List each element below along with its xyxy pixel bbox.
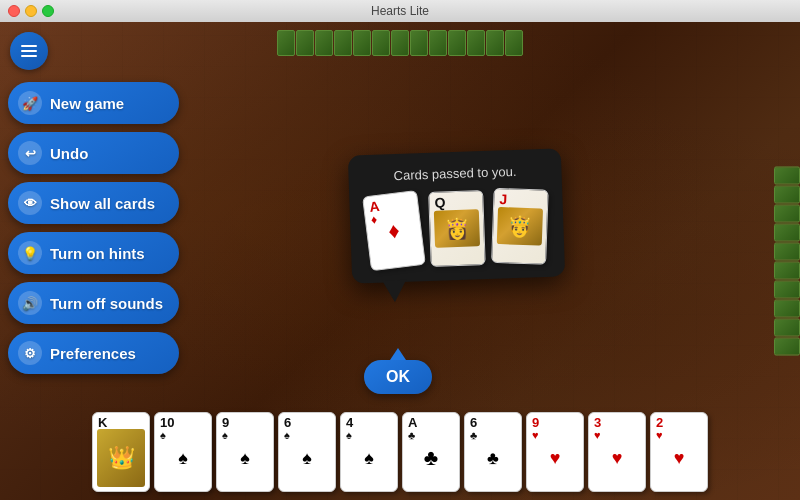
hand-card-ace-clubs[interactable]: A ♣ ♣ — [402, 412, 460, 492]
show-all-cards-label: Show all cards — [50, 195, 155, 212]
preferences-label: Preferences — [50, 345, 136, 362]
cards-passed-popup: Cards passed to you. A ♦ ♦ Q ♠ 👸 J ♥ 🤴 — [348, 148, 565, 283]
popup-cards: A ♦ ♦ Q ♠ 👸 J ♥ 🤴 — [365, 188, 549, 269]
right-card — [774, 338, 800, 356]
right-card — [774, 243, 800, 261]
opponent-card — [391, 30, 409, 56]
card-center: ♠ — [345, 429, 393, 487]
top-opponent-cards — [277, 30, 523, 56]
right-card — [774, 205, 800, 223]
preferences-button[interactable]: ⚙ Preferences — [8, 332, 179, 374]
card-center: ♠ — [221, 429, 269, 487]
sound-icon: 🔊 — [18, 291, 42, 315]
hand-card-6-clubs[interactable]: 6 ♣ ♣ — [464, 412, 522, 492]
hand-card-6-spades[interactable]: 6 ♠ ♠ — [278, 412, 336, 492]
maximize-button[interactable] — [42, 5, 54, 17]
undo-icon: ↩ — [18, 141, 42, 165]
right-card — [774, 224, 800, 242]
card-center: ♠ — [159, 429, 207, 487]
jack-art: 🤴 — [497, 207, 543, 246]
card-center: ♠ — [283, 429, 331, 487]
hand-card-king-spades[interactable]: K ♠ 👑 — [92, 412, 150, 492]
hand-card-3-hearts[interactable]: 3 ♥ ♥ — [588, 412, 646, 492]
hand-card-9-hearts[interactable]: 9 ♥ ♥ — [526, 412, 584, 492]
show-all-cards-button[interactable]: 👁 Show all cards — [8, 182, 179, 224]
hand-card-9-spades[interactable]: 9 ♠ ♠ — [216, 412, 274, 492]
opponent-card — [277, 30, 295, 56]
card-center: ♥ — [593, 429, 641, 487]
card-center: ♣ — [407, 429, 455, 487]
hand-card-4-spades[interactable]: 4 ♠ ♠ — [340, 412, 398, 492]
turn-off-sounds-label: Turn off sounds — [50, 295, 163, 312]
ok-button[interactable]: OK — [364, 360, 432, 394]
sidebar-menu: 🚀 New game ↩ Undo 👁 Show all cards 💡 Tur… — [8, 82, 179, 374]
close-button[interactable] — [8, 5, 20, 17]
gear-icon: ⚙ — [18, 341, 42, 365]
window-title: Hearts Lite — [371, 4, 429, 18]
player-hand: K ♠ 👑 10 ♠ ♠ 9 ♠ ♠ 6 ♠ ♠ 4 ♠ ♠ A — [92, 412, 708, 492]
right-card — [774, 281, 800, 299]
popup-card-jack-hearts[interactable]: J ♥ 🤴 — [491, 188, 549, 265]
menu-toggle-button[interactable] — [10, 32, 48, 70]
hamburger-icon — [21, 45, 37, 57]
hand-card-2-hearts[interactable]: 2 ♥ ♥ — [650, 412, 708, 492]
opponent-card — [372, 30, 390, 56]
turn-off-sounds-button[interactable]: 🔊 Turn off sounds — [8, 282, 179, 324]
traffic-lights — [8, 5, 54, 17]
opponent-card — [410, 30, 428, 56]
opponent-card — [429, 30, 447, 56]
card-center: ♥ — [531, 429, 579, 487]
undo-label: Undo — [50, 145, 88, 162]
king-art: 👑 — [97, 429, 145, 487]
opponent-card — [448, 30, 466, 56]
card-value: Q — [434, 194, 477, 209]
undo-button[interactable]: ↩ Undo — [8, 132, 179, 174]
turn-on-hints-label: Turn on hints — [50, 245, 145, 262]
right-card — [774, 186, 800, 204]
opponent-card — [334, 30, 352, 56]
eye-icon: 👁 — [18, 191, 42, 215]
title-bar: Hearts Lite — [0, 0, 800, 22]
opponent-card — [315, 30, 333, 56]
popup-card-queen-spades[interactable]: Q ♠ 👸 — [428, 190, 486, 267]
queen-art: 👸 — [434, 209, 480, 248]
game-area: 🚀 New game ↩ Undo 👁 Show all cards 💡 Tur… — [0, 22, 800, 500]
new-game-label: New game — [50, 95, 124, 112]
opponent-card — [505, 30, 523, 56]
hand-card-10-spades[interactable]: 10 ♠ ♠ — [154, 412, 212, 492]
lightbulb-icon: 💡 — [18, 241, 42, 265]
right-opponent-cards — [774, 167, 800, 356]
card-center: ♥ — [655, 429, 703, 487]
right-card — [774, 300, 800, 318]
popup-card-ace-diamonds[interactable]: A ♦ ♦ — [362, 190, 426, 271]
popup-title: Cards passed to you. — [364, 163, 545, 184]
card-center: ♣ — [469, 429, 517, 487]
turn-on-hints-button[interactable]: 💡 Turn on hints — [8, 232, 179, 274]
right-card — [774, 319, 800, 337]
opponent-card — [296, 30, 314, 56]
opponent-card — [353, 30, 371, 56]
rocket-icon: 🚀 — [18, 91, 42, 115]
minimize-button[interactable] — [25, 5, 37, 17]
right-card — [774, 167, 800, 185]
right-card — [774, 262, 800, 280]
opponent-card — [467, 30, 485, 56]
opponent-card — [486, 30, 504, 56]
new-game-button[interactable]: 🚀 New game — [8, 82, 179, 124]
